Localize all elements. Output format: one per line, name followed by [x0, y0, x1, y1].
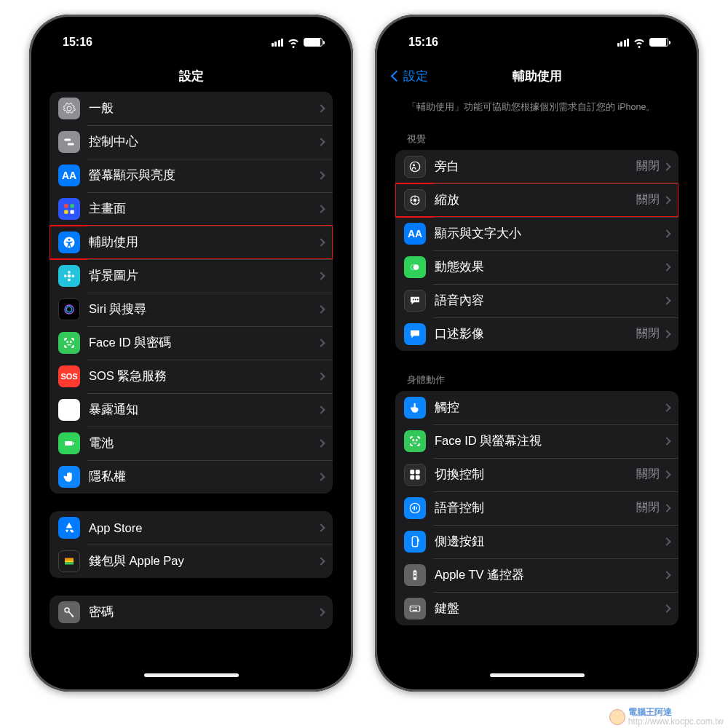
keyboard-icon [404, 598, 426, 620]
chevron-right-icon [662, 330, 670, 338]
touch-icon [404, 397, 426, 419]
row-value: 關閉 [636, 500, 660, 515]
settings-row[interactable]: Siri 與搜尋 [50, 293, 333, 326]
svg-rect-3 [71, 204, 74, 207]
svg-rect-43 [411, 470, 414, 474]
row-label: 輔助使用 [89, 234, 318, 250]
row-label: 觸控 [435, 400, 664, 416]
settings-row[interactable]: App Store [50, 511, 333, 545]
svg-point-14 [66, 306, 72, 312]
svg-rect-23 [73, 443, 74, 445]
settings-row[interactable]: Face ID 與密碼 [50, 326, 333, 360]
section-header: 視覺 [395, 127, 678, 150]
svg-rect-25 [65, 561, 74, 563]
svg-rect-46 [416, 475, 420, 479]
back-button[interactable]: 設定 [392, 68, 428, 84]
settings-row[interactable]: 隱私權 [50, 460, 333, 494]
svg-point-31 [414, 199, 417, 202]
row-label: 語音控制 [435, 500, 636, 516]
settings-row[interactable]: SOSSOS 緊急服務 [50, 360, 333, 393]
row-label: 語音內容 [435, 293, 664, 309]
page-title: 輔助使用 [513, 68, 562, 84]
svg-point-20 [71, 411, 74, 415]
notch [133, 25, 250, 47]
settings-row[interactable]: Apple TV 遙控器 [395, 558, 678, 592]
section-header: 身體動作 [395, 368, 678, 391]
settings-row[interactable]: 一般 [50, 92, 333, 125]
svg-point-12 [71, 274, 74, 277]
row-value: 關閉 [636, 159, 660, 174]
home-indicator[interactable] [144, 673, 239, 677]
svg-point-11 [64, 274, 67, 277]
settings-row[interactable]: 主畫面 [50, 192, 333, 226]
chevron-right-icon [662, 263, 670, 271]
row-label: Apple TV 遙控器 [435, 567, 664, 583]
settings-row[interactable]: AA顯示與文字大小 [395, 217, 678, 250]
status-time: 15:16 [63, 36, 92, 49]
settings-row[interactable]: 背景圖片 [50, 259, 333, 293]
settings-row[interactable]: 密碼 [50, 596, 333, 629]
chevron-right-icon [317, 238, 325, 246]
chevron-right-icon [317, 439, 325, 447]
settings-row[interactable]: 語音內容 [395, 284, 678, 317]
switch-icon [404, 464, 426, 486]
accessibility-list[interactable]: 「輔助使用」功能可協助您根據個別需求自訂您的 iPhone。 視覺旁白關閉縮放關… [385, 92, 689, 674]
settings-row[interactable]: 縮放關閉 [395, 183, 678, 217]
svg-point-8 [68, 274, 71, 278]
settings-row[interactable]: 切換控制關閉 [395, 458, 678, 491]
watermark: 電腦王阿達 http://www.kocpc.com.tw [609, 708, 724, 727]
settings-group: 旁白關閉縮放關閉AA顯示與文字大小動態效果語音內容口述影像關閉 [395, 150, 678, 351]
row-value: 關閉 [636, 192, 660, 207]
svg-point-34 [414, 196, 416, 197]
settings-row[interactable]: Face ID 與螢幕注視 [395, 424, 678, 458]
svg-rect-1 [68, 143, 74, 146]
settings-row[interactable]: 鍵盤 [395, 592, 678, 625]
settings-row[interactable]: 錢包與 Apple Pay [50, 545, 333, 578]
svg-point-33 [418, 199, 419, 201]
settings-row[interactable]: 電池 [50, 427, 333, 460]
wifi-icon [633, 36, 646, 49]
mascot-icon [609, 709, 625, 725]
settings-row[interactable]: 控制中心 [50, 125, 333, 159]
svg-rect-49 [418, 539, 419, 542]
row-label: 螢幕顯示與亮度 [89, 167, 318, 183]
row-value: 關閉 [636, 326, 660, 341]
row-label: 暴露通知 [89, 402, 318, 418]
svg-point-17 [65, 405, 68, 409]
battery-icon [649, 38, 668, 47]
settings-row[interactable]: 口述影像關閉 [395, 317, 678, 351]
settings-row[interactable]: AA螢幕顯示與亮度 [50, 159, 333, 192]
settings-row[interactable]: 輔助使用 [50, 226, 333, 259]
chevron-right-icon [662, 604, 670, 612]
settings-row[interactable]: 側邊按鈕 [395, 525, 678, 558]
settings-row[interactable]: 動態效果 [395, 250, 678, 284]
text-size-icon: AA [58, 165, 80, 186]
chevron-right-icon [662, 437, 670, 445]
chevron-right-icon [317, 305, 325, 313]
back-label: 設定 [403, 68, 428, 84]
chevron-right-icon [662, 571, 670, 579]
status-icons [617, 36, 669, 49]
settings-row[interactable]: 觸控 [395, 391, 678, 424]
svg-point-15 [67, 341, 68, 343]
row-label: 電池 [89, 435, 318, 451]
status-icons [272, 36, 323, 49]
svg-point-7 [68, 239, 71, 241]
row-label: 口述影像 [435, 326, 636, 342]
voiceover-icon [404, 156, 426, 178]
chevron-right-icon [317, 557, 325, 565]
settings-row[interactable]: 旁白關閉 [395, 150, 678, 183]
settings-row[interactable]: 語音控制關閉 [395, 491, 678, 525]
row-label: 密碼 [89, 604, 318, 620]
row-label: 切換控制 [435, 467, 636, 483]
chevron-right-icon [317, 405, 325, 414]
svg-point-51 [414, 572, 416, 574]
home-indicator[interactable] [490, 673, 585, 677]
settings-list[interactable]: 一般控制中心AA螢幕顯示與亮度主畫面輔助使用背景圖片Siri 與搜尋Face I… [39, 92, 343, 674]
row-label: 旁白 [435, 159, 636, 175]
siri-icon [58, 298, 80, 320]
wifi-icon [287, 36, 300, 49]
settings-row[interactable]: 暴露通知 [50, 393, 333, 427]
screen-left: 15:16 設定 一般控制中心AA螢幕顯示與亮度主畫面輔助使用背景圖片Siri … [39, 25, 343, 681]
settings-group: 觸控Face ID 與螢幕注視切換控制關閉語音控制關閉側邊按鈕Apple TV … [395, 391, 678, 625]
